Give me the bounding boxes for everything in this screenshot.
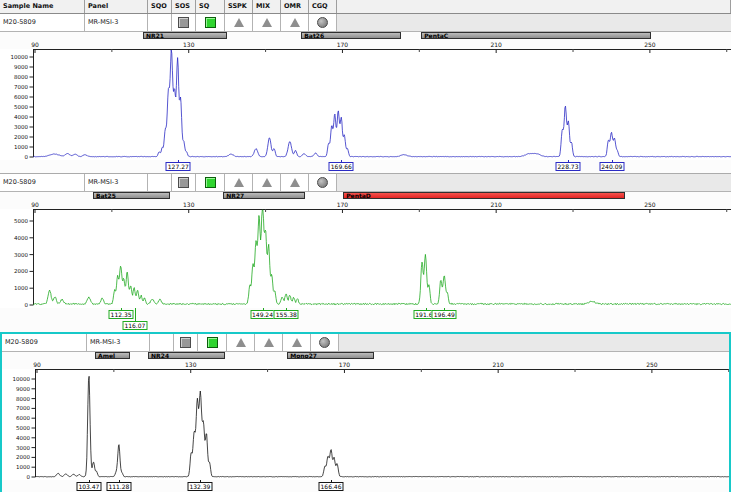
- electropherogram-plot[interactable]: 0100020003000400050006000700080009000100…: [0, 49, 731, 160]
- svg-text:9000: 9000: [14, 64, 28, 70]
- peak-size-label[interactable]: 166.46: [319, 482, 344, 491]
- sample-info-strip: M20-5809MR-MSI-3: [2, 334, 729, 352]
- peak-size-label[interactable]: 240.09: [599, 162, 624, 171]
- column-header-mix[interactable]: MIX: [253, 0, 281, 13]
- svg-text:3000: 3000: [14, 252, 28, 258]
- sample-row-panel[interactable]: M20-5809MR-MSI-3Bat25NR27PentaD901301702…: [0, 173, 731, 332]
- gray-circle-icon: [319, 337, 330, 348]
- marker-bar-mono27[interactable]: Mono27: [287, 352, 374, 359]
- panel-name-cell[interactable]: MR-MSI-3: [85, 174, 148, 192]
- gray-triangle-icon: [236, 338, 246, 347]
- electropherogram-plot[interactable]: 010002000300040005000: [0, 209, 731, 308]
- peak-size-label[interactable]: 103.47: [76, 482, 101, 491]
- peak-size-label[interactable]: 155.38: [274, 310, 299, 319]
- peak-size-label[interactable]: 228.73: [556, 162, 581, 171]
- flag-cell-sqo[interactable]: [150, 334, 174, 352]
- sample-row-panel[interactable]: M20-5809MR-MSI-3AmelNR24Mono279013017021…: [0, 332, 731, 492]
- panel-name-cell[interactable]: MR-MSI-3: [87, 334, 150, 352]
- peak-size-label[interactable]: 196.49: [432, 310, 457, 319]
- flag-cell-sq[interactable]: [198, 334, 227, 352]
- marker-bar-amel[interactable]: Amel: [95, 352, 130, 359]
- peak-size-label[interactable]: 112.35: [109, 310, 134, 319]
- gray-triangle-icon: [234, 178, 244, 187]
- peak-size-label[interactable]: 111.28: [106, 482, 131, 491]
- x-tick-label: 90: [31, 201, 39, 208]
- svg-text:10000: 10000: [11, 54, 29, 60]
- column-header-sspk[interactable]: SSPK: [225, 0, 253, 13]
- x-tick-label: 250: [644, 201, 655, 208]
- marker-bar-pentac[interactable]: PentaC: [421, 32, 651, 39]
- marker-bar-nr27[interactable]: NR27: [223, 192, 305, 199]
- flag-cell-sq[interactable]: [196, 174, 225, 192]
- flag-cell-omr[interactable]: [283, 334, 311, 352]
- flag-cell-omr[interactable]: [281, 14, 309, 32]
- x-tick-label: 210: [490, 201, 501, 208]
- x-tick-label: 250: [646, 361, 657, 368]
- svg-text:2000: 2000: [16, 454, 30, 460]
- svg-text:4000: 4000: [16, 435, 30, 441]
- flag-cell-sqo[interactable]: [148, 174, 172, 192]
- flag-cell-sspk[interactable]: [227, 334, 255, 352]
- svg-text:8000: 8000: [14, 74, 28, 80]
- flag-cell-cgq[interactable]: [309, 174, 337, 192]
- column-header-panel[interactable]: Panel: [85, 0, 148, 13]
- flag-cell-sos[interactable]: [172, 174, 196, 192]
- flag-cell-sos[interactable]: [172, 14, 196, 32]
- info-strip-filler: [339, 334, 729, 352]
- header-filler: [337, 0, 731, 13]
- x-tick-label: 170: [339, 361, 350, 368]
- peak-size-label[interactable]: 169.66: [329, 162, 354, 171]
- sample-name-cell[interactable]: M20-5809: [0, 14, 85, 32]
- sample-info-strip: M20-5809MR-MSI-3: [0, 174, 731, 192]
- flag-cell-cgq[interactable]: [309, 14, 337, 32]
- marker-bar-nr24[interactable]: NR24: [148, 352, 225, 359]
- flag-cell-sspk[interactable]: [225, 174, 253, 192]
- marker-bar-nr21[interactable]: NR21: [143, 32, 227, 39]
- column-header-sos[interactable]: SOS: [172, 0, 196, 13]
- flag-cell-mix[interactable]: [253, 174, 281, 192]
- flag-cell-sos[interactable]: [174, 334, 198, 352]
- flag-cell-mix[interactable]: [253, 14, 281, 32]
- sample-name-cell[interactable]: M20-5809: [0, 174, 85, 192]
- svg-text:2000: 2000: [14, 134, 28, 140]
- peak-size-label[interactable]: 127.27: [166, 162, 191, 171]
- sample-info-strip: M20-5809MR-MSI-3: [0, 14, 731, 32]
- flag-cell-sspk[interactable]: [225, 14, 253, 32]
- marker-bar-pentad[interactable]: PentaD: [343, 192, 625, 199]
- gray-triangle-icon: [234, 18, 244, 27]
- flag-cell-sq[interactable]: [196, 14, 225, 32]
- column-header-omr[interactable]: OMR: [281, 0, 309, 13]
- svg-text:3000: 3000: [16, 445, 30, 451]
- svg-text:5000: 5000: [14, 218, 28, 224]
- electropherogram-plot[interactable]: 0100020003000400050006000700080009000100…: [2, 369, 731, 480]
- column-header-sq[interactable]: SQ: [196, 0, 225, 13]
- peak-size-label[interactable]: 132.39: [187, 482, 212, 491]
- gray-triangle-icon: [264, 338, 274, 347]
- flag-cell-mix[interactable]: [255, 334, 283, 352]
- svg-text:8000: 8000: [16, 396, 30, 402]
- x-tick-label: 130: [185, 361, 196, 368]
- x-tick-label: 90: [31, 41, 39, 48]
- svg-text:4000: 4000: [14, 114, 28, 120]
- peak-label-strip: 112.35116.07149.24155.38191.68196.49: [0, 308, 731, 332]
- gray-square-icon: [180, 337, 191, 348]
- genotyping-analysis-window: Sample NamePanelSQOSOSSQSSPKMIXOMRCGQ M2…: [0, 0, 731, 492]
- peak-size-label[interactable]: 116.07: [122, 321, 147, 330]
- column-header-sqo[interactable]: SQO: [148, 0, 172, 13]
- marker-bar-bat26[interactable]: Bat26: [301, 32, 401, 39]
- marker-strip: NR21Bat26PentaC: [0, 32, 731, 40]
- peak-size-label[interactable]: 149.24: [250, 310, 275, 319]
- x-axis-labels: 90130170210250: [0, 40, 731, 49]
- sample-name-cell[interactable]: M20-5809: [2, 334, 87, 352]
- flag-cell-sqo[interactable]: [148, 14, 172, 32]
- column-header-sample-name[interactable]: Sample Name: [0, 0, 85, 13]
- gray-triangle-icon: [262, 18, 272, 27]
- svg-text:3000: 3000: [14, 124, 28, 130]
- marker-bar-bat25[interactable]: Bat25: [93, 192, 170, 199]
- flag-cell-cgq[interactable]: [311, 334, 339, 352]
- flag-cell-omr[interactable]: [281, 174, 309, 192]
- sample-row-panel[interactable]: M20-5809MR-MSI-3NR21Bat26PentaC901301702…: [0, 14, 731, 173]
- gray-square-icon: [178, 177, 189, 188]
- column-header-cgq[interactable]: CGQ: [309, 0, 337, 13]
- panel-name-cell[interactable]: MR-MSI-3: [85, 14, 148, 32]
